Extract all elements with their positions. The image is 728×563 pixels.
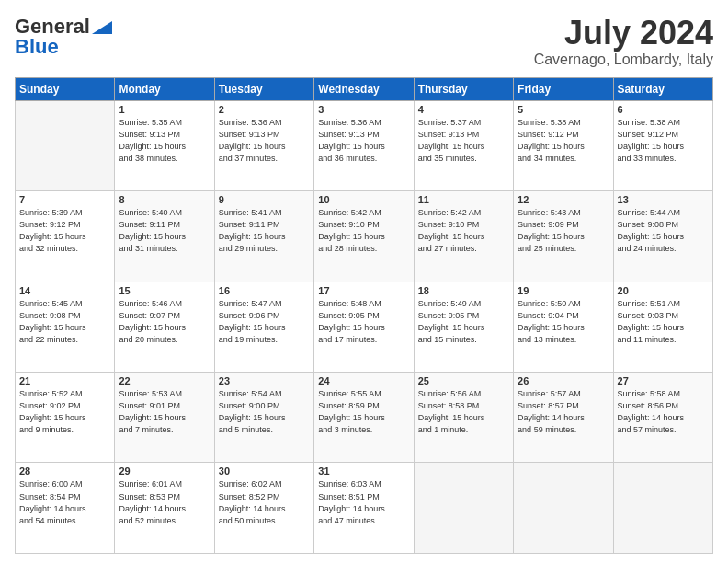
cell-content: Sunrise: 5:44 AM Sunset: 9:08 PM Dayligh… (618, 207, 709, 255)
calendar-cell: 31Sunrise: 6:03 AM Sunset: 8:51 PM Dayli… (314, 463, 414, 554)
week-row-2: 7Sunrise: 5:39 AM Sunset: 9:12 PM Daylig… (16, 191, 713, 282)
header: General Blue July 2024 Cavernago, Lombar… (15, 15, 713, 68)
logo-blue: Blue (15, 35, 59, 59)
cell-content: Sunrise: 6:02 AM Sunset: 8:52 PM Dayligh… (219, 478, 310, 526)
day-number: 3 (318, 104, 409, 115)
day-number: 26 (518, 375, 609, 386)
day-number: 28 (19, 465, 110, 477)
calendar-cell: 30Sunrise: 6:02 AM Sunset: 8:52 PM Dayli… (214, 463, 313, 554)
cell-content: Sunrise: 5:42 AM Sunset: 9:10 PM Dayligh… (418, 207, 509, 255)
day-number: 27 (618, 375, 709, 386)
calendar-cell: 25Sunrise: 5:56 AM Sunset: 8:58 PM Dayli… (414, 373, 513, 463)
calendar-cell: 20Sunrise: 5:51 AM Sunset: 9:03 PM Dayli… (613, 282, 712, 372)
calendar-cell: 9Sunrise: 5:41 AM Sunset: 9:11 PM Daylig… (214, 191, 313, 282)
day-number: 20 (618, 285, 709, 296)
day-number: 2 (219, 104, 310, 115)
day-number: 6 (618, 104, 709, 115)
cell-content: Sunrise: 5:35 AM Sunset: 9:13 PM Dayligh… (119, 117, 210, 165)
cell-content: Sunrise: 5:39 AM Sunset: 9:12 PM Dayligh… (19, 207, 110, 255)
location-title: Cavernago, Lombardy, Italy (534, 52, 713, 68)
col-header-thursday: Thursday (414, 77, 513, 100)
day-number: 31 (318, 465, 409, 477)
day-number: 4 (418, 104, 509, 115)
logo: General Blue (15, 15, 112, 59)
cell-content: Sunrise: 5:54 AM Sunset: 9:00 PM Dayligh… (219, 388, 310, 436)
calendar-table: SundayMondayTuesdayWednesdayThursdayFrid… (15, 77, 713, 554)
day-number: 13 (618, 194, 709, 205)
calendar-cell: 5Sunrise: 5:38 AM Sunset: 9:12 PM Daylig… (514, 100, 613, 190)
title-block: July 2024 Cavernago, Lombardy, Italy (534, 15, 713, 68)
cell-content: Sunrise: 5:41 AM Sunset: 9:11 PM Dayligh… (219, 207, 310, 255)
calendar-cell: 12Sunrise: 5:43 AM Sunset: 9:09 PM Dayli… (514, 191, 613, 282)
month-title: July 2024 (534, 15, 713, 52)
col-header-sunday: Sunday (16, 77, 115, 100)
col-header-tuesday: Tuesday (214, 77, 313, 100)
calendar-cell: 13Sunrise: 5:44 AM Sunset: 9:08 PM Dayli… (613, 191, 712, 282)
calendar-cell (514, 463, 613, 554)
cell-content: Sunrise: 5:55 AM Sunset: 8:59 PM Dayligh… (318, 388, 409, 436)
calendar-cell (613, 463, 712, 554)
day-number: 14 (19, 285, 110, 296)
day-number: 23 (219, 375, 310, 386)
calendar-cell: 3Sunrise: 5:36 AM Sunset: 9:13 PM Daylig… (314, 100, 414, 190)
svg-marker-0 (92, 21, 112, 34)
cell-content: Sunrise: 5:38 AM Sunset: 9:12 PM Dayligh… (518, 117, 609, 165)
calendar-cell: 14Sunrise: 5:45 AM Sunset: 9:08 PM Dayli… (16, 282, 115, 372)
cell-content: Sunrise: 5:56 AM Sunset: 8:58 PM Dayligh… (418, 388, 509, 436)
cell-content: Sunrise: 5:38 AM Sunset: 9:12 PM Dayligh… (618, 117, 709, 165)
day-number: 12 (518, 194, 609, 205)
cell-content: Sunrise: 5:36 AM Sunset: 9:13 PM Dayligh… (219, 117, 310, 165)
calendar-container: General Blue July 2024 Cavernago, Lombar… (0, 0, 728, 563)
calendar-body: 1Sunrise: 5:35 AM Sunset: 9:13 PM Daylig… (16, 100, 713, 553)
cell-content: Sunrise: 5:40 AM Sunset: 9:11 PM Dayligh… (119, 207, 210, 255)
cell-content: Sunrise: 5:36 AM Sunset: 9:13 PM Dayligh… (318, 117, 409, 165)
calendar-cell: 23Sunrise: 5:54 AM Sunset: 9:00 PM Dayli… (214, 373, 313, 463)
cell-content: Sunrise: 5:48 AM Sunset: 9:05 PM Dayligh… (318, 298, 409, 346)
col-header-saturday: Saturday (613, 77, 712, 100)
calendar-cell: 27Sunrise: 5:58 AM Sunset: 8:56 PM Dayli… (613, 373, 712, 463)
cell-content: Sunrise: 5:58 AM Sunset: 8:56 PM Dayligh… (618, 388, 709, 436)
calendar-cell: 1Sunrise: 5:35 AM Sunset: 9:13 PM Daylig… (115, 100, 214, 190)
calendar-cell: 29Sunrise: 6:01 AM Sunset: 8:53 PM Dayli… (115, 463, 214, 554)
day-number: 1 (119, 104, 210, 115)
calendar-cell: 26Sunrise: 5:57 AM Sunset: 8:57 PM Dayli… (514, 373, 613, 463)
day-number: 22 (119, 375, 210, 386)
cell-content: Sunrise: 5:57 AM Sunset: 8:57 PM Dayligh… (518, 388, 609, 436)
calendar-cell: 4Sunrise: 5:37 AM Sunset: 9:13 PM Daylig… (414, 100, 513, 190)
day-number: 10 (318, 194, 409, 205)
cell-content: Sunrise: 5:43 AM Sunset: 9:09 PM Dayligh… (518, 207, 609, 255)
cell-content: Sunrise: 6:00 AM Sunset: 8:54 PM Dayligh… (19, 478, 110, 526)
calendar-cell: 6Sunrise: 5:38 AM Sunset: 9:12 PM Daylig… (613, 100, 712, 190)
cell-content: Sunrise: 5:51 AM Sunset: 9:03 PM Dayligh… (618, 298, 709, 346)
day-number: 18 (418, 285, 509, 296)
day-number: 19 (518, 285, 609, 296)
day-number: 17 (318, 285, 409, 296)
day-number: 16 (219, 285, 310, 296)
calendar-cell: 2Sunrise: 5:36 AM Sunset: 9:13 PM Daylig… (214, 100, 313, 190)
calendar-cell: 11Sunrise: 5:42 AM Sunset: 9:10 PM Dayli… (414, 191, 513, 282)
day-number: 8 (119, 194, 210, 205)
cell-content: Sunrise: 5:46 AM Sunset: 9:07 PM Dayligh… (119, 298, 210, 346)
day-number: 21 (19, 375, 110, 386)
week-row-1: 1Sunrise: 5:35 AM Sunset: 9:13 PM Daylig… (16, 100, 713, 190)
cell-content: Sunrise: 5:47 AM Sunset: 9:06 PM Dayligh… (219, 298, 310, 346)
calendar-cell: 18Sunrise: 5:49 AM Sunset: 9:05 PM Dayli… (414, 282, 513, 372)
week-row-4: 21Sunrise: 5:52 AM Sunset: 9:02 PM Dayli… (16, 373, 713, 463)
calendar-cell: 19Sunrise: 5:50 AM Sunset: 9:04 PM Dayli… (514, 282, 613, 372)
calendar-cell (16, 100, 115, 190)
day-number: 9 (219, 194, 310, 205)
week-row-5: 28Sunrise: 6:00 AM Sunset: 8:54 PM Dayli… (16, 463, 713, 554)
cell-content: Sunrise: 5:42 AM Sunset: 9:10 PM Dayligh… (318, 207, 409, 255)
cell-content: Sunrise: 6:01 AM Sunset: 8:53 PM Dayligh… (119, 478, 210, 526)
calendar-cell: 7Sunrise: 5:39 AM Sunset: 9:12 PM Daylig… (16, 191, 115, 282)
col-header-monday: Monday (115, 77, 214, 100)
calendar-cell: 10Sunrise: 5:42 AM Sunset: 9:10 PM Dayli… (314, 191, 414, 282)
calendar-cell (414, 463, 513, 554)
calendar-cell: 24Sunrise: 5:55 AM Sunset: 8:59 PM Dayli… (314, 373, 414, 463)
day-number: 30 (219, 465, 310, 477)
cell-content: Sunrise: 5:53 AM Sunset: 9:01 PM Dayligh… (119, 388, 210, 436)
day-number: 15 (119, 285, 210, 296)
cell-content: Sunrise: 6:03 AM Sunset: 8:51 PM Dayligh… (318, 478, 409, 526)
cell-content: Sunrise: 5:45 AM Sunset: 9:08 PM Dayligh… (19, 298, 110, 346)
col-header-friday: Friday (514, 77, 613, 100)
